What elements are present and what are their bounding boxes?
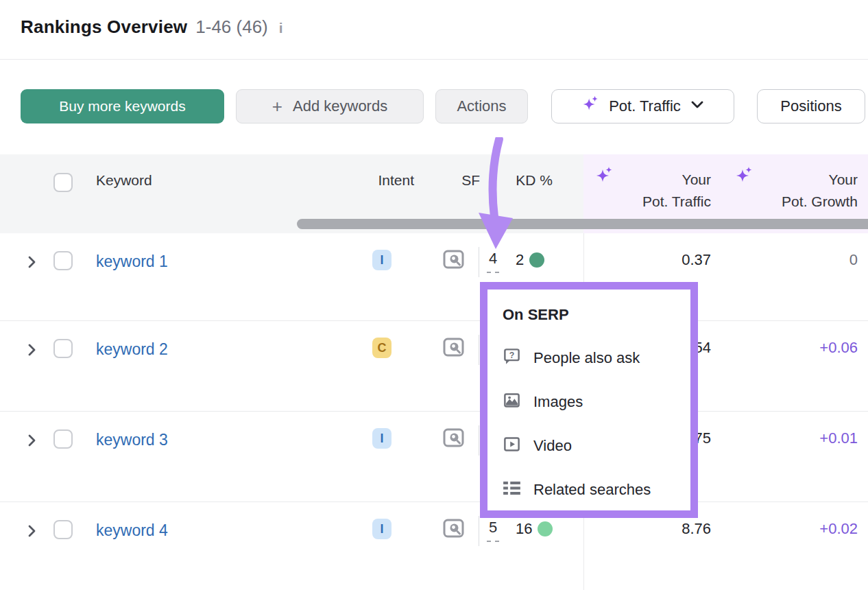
pot-growth-value: +0.01 xyxy=(819,429,858,447)
plus-icon: + xyxy=(272,97,282,115)
keyword-link[interactable]: keyword 1 xyxy=(96,252,168,271)
buy-more-keywords-button[interactable]: Buy more keywords xyxy=(21,89,224,123)
pot-traffic-dropdown-label: Pot. Traffic xyxy=(609,97,681,115)
sparkle-icon xyxy=(734,165,754,189)
buy-more-keywords-label: Buy more keywords xyxy=(59,98,185,115)
sf-count[interactable]: 4 xyxy=(487,250,499,273)
add-keywords-button[interactable]: + Add keywords xyxy=(236,89,424,123)
row-checkbox[interactable] xyxy=(53,339,73,358)
popup-item-label: Images xyxy=(533,393,583,411)
keyword-link[interactable]: keyword 3 xyxy=(96,431,168,449)
pot-growth-value: 0 xyxy=(849,251,858,269)
popup-item: Images xyxy=(503,380,690,424)
page-header: Rankings Overview 1-46 (46) i xyxy=(0,0,868,60)
column-header-keyword[interactable]: Keyword xyxy=(96,172,152,189)
horizontal-scrollbar[interactable] xyxy=(297,219,868,229)
pot-growth-line2: Pot. Growth xyxy=(782,191,858,213)
column-header-kd[interactable]: KD % xyxy=(480,172,553,189)
column-header-intent[interactable]: Intent xyxy=(346,172,414,189)
positions-button[interactable]: Positions xyxy=(757,89,865,123)
pot-traffic-line2: Pot. Traffic xyxy=(642,191,711,213)
pot-traffic-line1: Your xyxy=(642,169,711,191)
serp-features-icon[interactable] xyxy=(443,250,465,273)
popup-item: Related searches xyxy=(503,468,690,510)
popup-item: ? People also ask xyxy=(503,336,690,380)
column-header-sf[interactable]: SF xyxy=(425,172,480,189)
intent-badge: C xyxy=(372,338,391,358)
cell-divider xyxy=(479,247,479,277)
column-header-pot-traffic[interactable]: Your Pot. Traffic xyxy=(642,169,711,213)
popup-item-label: Related searches xyxy=(533,481,651,499)
on-serp-popup: On SERP ? People also ask Images Video xyxy=(480,282,698,518)
serp-features-icon[interactable] xyxy=(443,428,465,451)
related-searches-icon xyxy=(503,479,521,502)
add-keywords-label: Add keywords xyxy=(293,97,387,115)
popup-title: On SERP xyxy=(503,306,690,324)
kd-difficulty-dot xyxy=(529,252,544,268)
pot-growth-value: +0.02 xyxy=(819,520,858,538)
svg-text:?: ? xyxy=(509,350,515,359)
pot-traffic-value: 8.76 xyxy=(682,520,711,538)
popup-item-label: People also ask xyxy=(533,349,640,367)
keyword-link[interactable]: keyword 4 xyxy=(96,521,168,540)
result-range: 1-46 (46) xyxy=(195,16,268,38)
pot-growth-value: +0.06 xyxy=(819,339,858,357)
info-icon[interactable]: i xyxy=(279,20,283,36)
intent-badge: I xyxy=(372,428,391,449)
row-checkbox[interactable] xyxy=(53,520,73,539)
chevron-down-icon xyxy=(690,97,705,116)
positions-label: Positions xyxy=(780,97,841,115)
cell-divider xyxy=(479,425,479,456)
popup-item-label: Video xyxy=(533,437,572,455)
pot-traffic-value: 0.37 xyxy=(682,251,711,269)
expand-chevron-icon[interactable] xyxy=(25,343,38,359)
actions-label: Actions xyxy=(457,97,506,115)
kd-cell: 16 xyxy=(516,520,553,538)
pot-growth-line1: Your xyxy=(782,169,858,191)
kd-difficulty-dot xyxy=(538,521,553,536)
cell-divider xyxy=(479,335,479,365)
people-also-ask-icon: ? xyxy=(503,347,521,370)
kd-value: 2 xyxy=(516,251,524,269)
expand-chevron-icon[interactable] xyxy=(25,524,38,541)
actions-button[interactable]: Actions xyxy=(435,89,528,123)
table-row: keyword 4 I 5 16 8.76 +0.02 xyxy=(0,502,868,590)
video-icon xyxy=(503,435,521,458)
keyword-link[interactable]: keyword 2 xyxy=(96,340,168,359)
select-all-checkbox[interactable] xyxy=(53,173,73,192)
pot-traffic-dropdown[interactable]: Pot. Traffic xyxy=(551,89,734,123)
cell-divider xyxy=(479,516,479,546)
sparkle-icon xyxy=(594,165,614,189)
expand-chevron-icon[interactable] xyxy=(25,255,38,272)
table-row: keyword 1 I 4 2 0.37 0 xyxy=(0,233,868,321)
images-icon xyxy=(503,391,521,414)
page-title: Rankings Overview xyxy=(21,16,187,38)
rankings-overview-screen: Rankings Overview 1-46 (46) i Buy more k… xyxy=(0,0,868,590)
intent-badge: I xyxy=(372,519,391,539)
intent-badge: I xyxy=(372,250,391,270)
title-line: Rankings Overview 1-46 (46) i xyxy=(21,16,283,38)
table-row: keyword 3 I 75 +0.01 xyxy=(0,412,868,502)
table-body: keyword 1 I 4 2 0.37 0 keyword 2 C xyxy=(0,233,868,590)
sf-count[interactable]: 5 xyxy=(487,519,499,542)
on-serp-popup-content: On SERP ? People also ask Images Video xyxy=(487,290,690,510)
kd-cell: 2 xyxy=(516,251,544,269)
table-row: keyword 2 C 54 +0.06 xyxy=(0,321,868,412)
row-checkbox[interactable] xyxy=(53,429,73,449)
serp-features-icon[interactable] xyxy=(443,519,465,542)
table-header: Keyword Intent SF KD % Your Pot. Traffic… xyxy=(0,154,868,233)
expand-chevron-icon[interactable] xyxy=(25,434,38,450)
column-header-pot-growth[interactable]: Your Pot. Growth xyxy=(782,169,858,213)
sparkle-icon xyxy=(581,95,600,118)
kd-value: 16 xyxy=(516,520,532,538)
serp-features-icon[interactable] xyxy=(443,338,465,361)
popup-item: Video xyxy=(503,424,690,468)
row-checkbox[interactable] xyxy=(53,251,73,270)
